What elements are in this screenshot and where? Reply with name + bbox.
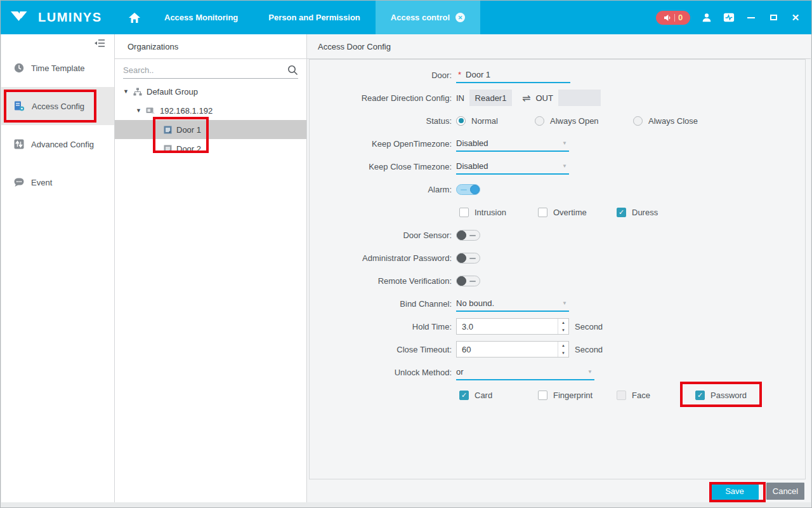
form-row-close-timeout: Close Timeout: 60 ▲▼ Second <box>310 338 805 361</box>
expand-caret-icon[interactable]: ▼ <box>123 88 133 95</box>
radio-icon <box>456 116 466 126</box>
cancel-button[interactable]: Cancel <box>766 483 804 500</box>
clock-icon <box>14 63 24 73</box>
tab-label: Access control <box>391 13 450 22</box>
checkbox-password[interactable]: ✓ Password <box>695 391 774 400</box>
tab-access-control[interactable]: Access control ✕ <box>376 1 480 34</box>
spinner-buttons[interactable]: ▲▼ <box>558 342 568 357</box>
checkbox-icon: ✓ <box>459 391 469 400</box>
form-row-unlock-method: Unlock Method: or ▼ <box>310 361 805 384</box>
close-timeout-input[interactable]: 60 ▲▼ <box>456 341 569 358</box>
checkbox-icon: ✓ <box>695 391 705 400</box>
form-footer: Save Cancel <box>309 479 806 502</box>
sidebar-item-advanced-config[interactable]: Advanced Config <box>1 125 114 163</box>
out-label: OUT <box>535 93 553 103</box>
checkbox-label: Overtime <box>553 208 587 217</box>
swap-direction-icon[interactable]: ⇌ <box>522 92 530 104</box>
door-name-value: Door 1 <box>466 70 490 79</box>
form-row-keep-open-timezone: Keep OpenTimezone: Disabled ▼ <box>310 132 805 155</box>
maximize-button[interactable] <box>768 12 779 23</box>
door-name-input[interactable]: * Door 1 <box>456 67 570 83</box>
alarm-counter-button[interactable]: 0 <box>656 11 690 25</box>
tab-person-and-permission[interactable]: Person and Permission <box>253 1 376 34</box>
monitor-status-button[interactable] <box>723 12 735 23</box>
sidebar-item-label: Event <box>31 178 52 187</box>
sidebar: Time Template Access Config Advanced Con… <box>1 34 115 502</box>
tree-node-default-group[interactable]: ▼ Default Group <box>115 82 306 101</box>
checkbox-label: Password <box>710 391 747 400</box>
form-row-door-sensor: Door Sensor: <box>310 224 805 246</box>
required-asterisk: * <box>458 70 461 79</box>
chevron-down-icon: ▼ <box>562 140 569 146</box>
tab-access-monitoring[interactable]: Access Monitoring <box>149 1 253 34</box>
form-row-bind-channel: Bind Channel: No bound. ▼ <box>310 292 805 315</box>
save-button[interactable]: Save <box>710 483 759 500</box>
access-door-config-form: Door: * Door 1 Reader Direction Config: … <box>309 59 806 479</box>
organization-tree: ▼ Default Group ▼ <box>115 82 306 158</box>
door-icon <box>164 145 172 153</box>
spinner-buttons[interactable]: ▲▼ <box>558 319 568 334</box>
keep-open-timezone-select[interactable]: Disabled ▼ <box>456 136 569 152</box>
group-icon <box>133 88 142 96</box>
field-label: Hold Time: <box>310 322 452 331</box>
field-label: Bind Channel: <box>310 299 452 309</box>
divider <box>674 14 675 22</box>
tree-node-device[interactable]: ▼ 192.168.1.192 <box>115 101 306 120</box>
organizations-panel: Organizations ▼ Default Group <box>115 34 307 502</box>
collapse-sidebar-button[interactable] <box>94 39 105 50</box>
user-button[interactable] <box>701 12 712 23</box>
minimize-button[interactable] <box>745 12 757 23</box>
radio-normal[interactable]: Normal <box>456 116 535 126</box>
checkbox-duress[interactable]: ✓ Duress <box>617 208 695 217</box>
close-button[interactable]: ✕ <box>790 12 801 23</box>
checkbox-label: Intrusion <box>475 208 506 217</box>
search-icon[interactable] <box>287 65 298 76</box>
door-sensor-toggle[interactable] <box>456 230 480 241</box>
unlock-method-select[interactable]: or ▼ <box>456 364 594 380</box>
checkbox-fingerprint[interactable]: ✓ Fingerprint <box>538 391 617 400</box>
unit-label: Second <box>575 345 603 354</box>
tree-node-door-1[interactable]: Door 1 <box>115 120 306 139</box>
sidebar-item-access-config[interactable]: Access Config <box>1 87 114 125</box>
tree-node-label: Door 1 <box>176 125 201 135</box>
chevron-down-icon: ▼ <box>562 300 569 306</box>
checkbox-card[interactable]: ✓ Card <box>459 391 538 400</box>
sidebar-item-event[interactable]: Event <box>1 163 114 201</box>
tree-node-label: Default Group <box>147 87 198 97</box>
in-label: IN <box>456 93 464 103</box>
chevron-down-icon: ▼ <box>587 369 594 375</box>
tree-node-door-2[interactable]: Door 2 <box>115 139 306 158</box>
spin-up-icon: ▲ <box>558 319 568 326</box>
sidebar-item-label: Access Config <box>32 102 84 111</box>
close-timeout-value: 60 <box>457 345 558 354</box>
administrator-password-toggle[interactable] <box>456 253 480 264</box>
home-button[interactable] <box>120 1 149 34</box>
field-label: Alarm: <box>310 185 452 194</box>
radio-always-close[interactable]: Always Close <box>633 116 698 126</box>
home-icon <box>128 12 141 23</box>
hold-time-input[interactable]: 3.0 ▲▼ <box>456 318 569 335</box>
field-label: Keep Close Timezone: <box>310 162 452 171</box>
radio-always-open[interactable]: Always Open <box>535 116 633 126</box>
checkbox-face[interactable]: ✓ Face <box>617 391 695 400</box>
sidebar-item-time-template[interactable]: Time Template <box>1 49 114 87</box>
bind-channel-select[interactable]: No bound. ▼ <box>456 296 569 312</box>
field-label: Keep OpenTimezone: <box>310 139 452 149</box>
remote-verification-toggle[interactable] <box>456 276 480 286</box>
tab-close-icon[interactable]: ✕ <box>455 13 465 22</box>
keep-close-timezone-select[interactable]: Disabled ▼ <box>456 159 569 175</box>
device-icon <box>146 107 155 115</box>
checkbox-intrusion[interactable]: ✓ Intrusion <box>459 208 538 217</box>
expand-caret-icon[interactable]: ▼ <box>136 107 146 114</box>
organizations-title: Organizations <box>115 34 306 59</box>
form-row-alarm: Alarm: <box>310 178 805 201</box>
out-reader-box[interactable] <box>558 90 601 106</box>
checkbox-overtime[interactable]: ✓ Overtime <box>538 208 617 217</box>
search-input[interactable] <box>123 65 287 75</box>
radio-icon <box>535 116 544 126</box>
monitor-pulse-icon <box>723 12 735 23</box>
alarm-toggle[interactable] <box>456 184 480 195</box>
checkbox-icon: ✓ <box>459 208 469 217</box>
in-reader-box[interactable]: Reader1 <box>469 90 512 106</box>
spin-down-icon: ▼ <box>558 326 568 334</box>
